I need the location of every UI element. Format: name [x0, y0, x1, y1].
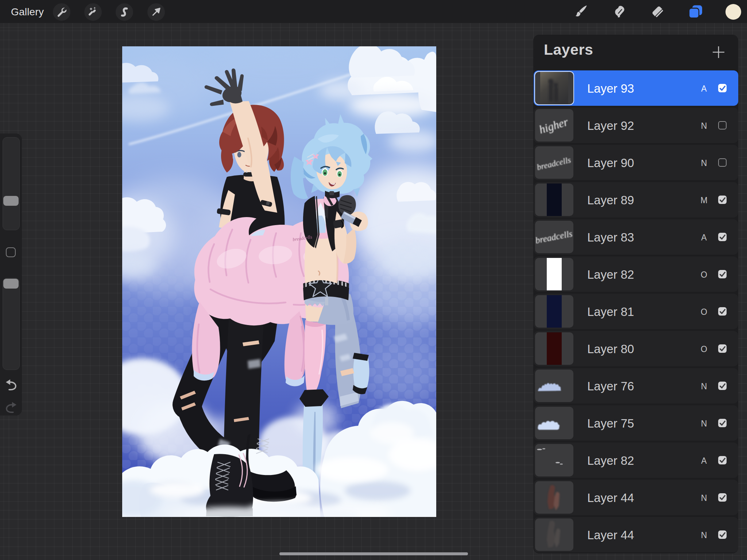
- svg-text:higher: higher: [538, 115, 570, 136]
- svg-text:breadcells: breadcells: [535, 228, 573, 245]
- svg-text:breadcells: breadcells: [536, 155, 572, 172]
